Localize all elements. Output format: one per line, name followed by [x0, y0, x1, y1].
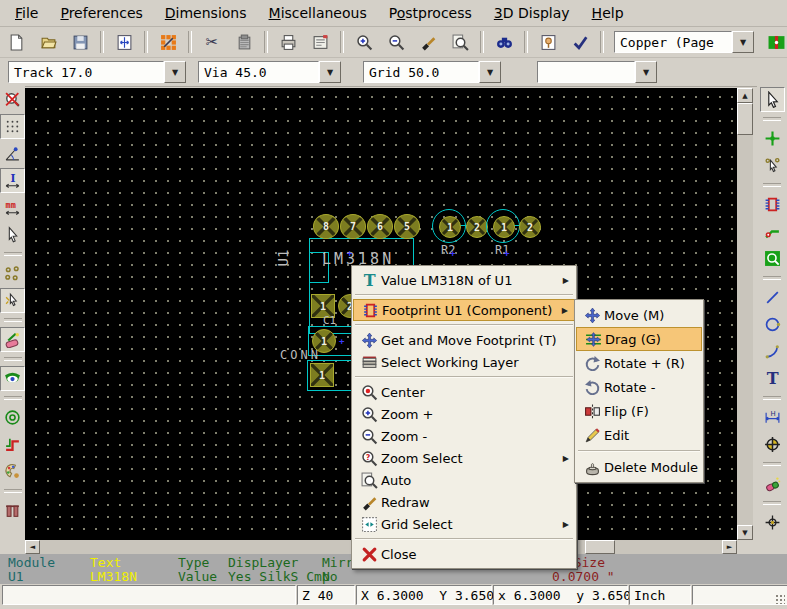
print-button[interactable]	[274, 28, 302, 56]
menu-preferences[interactable]: Preferences	[51, 2, 151, 24]
redraw-button[interactable]	[414, 28, 442, 56]
submenu-item-move[interactable]: Move (M)	[576, 303, 702, 327]
dropdown-arrow-icon[interactable]: ▼	[732, 31, 754, 53]
zoom-in-button[interactable]	[350, 28, 378, 56]
module-editor-button[interactable]	[154, 28, 182, 56]
drc-off-button[interactable]	[0, 87, 25, 112]
netlist-button[interactable]	[534, 28, 562, 56]
add-circle-button[interactable]	[760, 312, 785, 337]
dropdown-arrow-icon[interactable]: ▼	[635, 61, 657, 83]
svg-text:?: ?	[365, 452, 370, 461]
add-arc-button[interactable]	[760, 339, 785, 364]
zoom-out-button[interactable]	[382, 28, 410, 56]
r2-pad-2[interactable]: 2	[466, 216, 488, 238]
submenu-item-flip[interactable]: Flip (F)	[576, 399, 702, 423]
new-board-button[interactable]	[2, 28, 30, 56]
pads-sketch-button[interactable]	[0, 405, 25, 430]
show-ratsnest-button[interactable]	[0, 261, 25, 286]
paste-button[interactable]	[230, 28, 258, 56]
menu-item-grid-select[interactable]: Grid Select ▶	[353, 513, 575, 535]
find-button[interactable]	[490, 28, 518, 56]
zoom-auto-button[interactable]	[446, 28, 474, 56]
units-mm-button[interactable]: mm	[0, 195, 25, 220]
submenu-item-rotate-minus[interactable]: Rotate -	[576, 375, 702, 399]
u1-pad-6[interactable]: 6	[367, 214, 393, 239]
add-zone-button[interactable]	[760, 246, 785, 271]
u1-pad-8[interactable]: 8	[313, 214, 339, 239]
dropdown-arrow-icon[interactable]: ▼	[164, 61, 186, 83]
grid-toggle-button[interactable]	[0, 114, 25, 139]
r1-pad-1[interactable]: 1	[493, 216, 515, 238]
dropdown-arrow-icon[interactable]: ▼	[319, 61, 341, 83]
local-ratsnest-button[interactable]	[760, 153, 785, 178]
menu-item-close[interactable]: Close	[353, 543, 575, 565]
submenu-item-edit[interactable]: Edit	[576, 423, 702, 447]
u1-pad-5[interactable]: 5	[394, 214, 420, 239]
menu-item-footprint[interactable]: Footprint U1 (Component) ▶	[353, 299, 575, 321]
menu-item-get-move-footprint[interactable]: Get and Move Footprint (T)	[353, 329, 575, 351]
scroll-right-icon[interactable]: ►	[722, 540, 737, 554]
add-track-button[interactable]	[760, 219, 785, 244]
scroll-down-icon[interactable]: ▼	[737, 525, 753, 540]
via-size-select[interactable]: Via 45.0 ▼	[198, 61, 341, 83]
high-contrast-button[interactable]	[0, 459, 25, 484]
show-invisible-text-button[interactable]	[0, 498, 25, 523]
grid-origin-button[interactable]	[760, 510, 785, 535]
menu-item-redraw[interactable]: Redraw	[353, 491, 575, 513]
select-tool-button[interactable]	[760, 87, 785, 112]
auto-delete-track-button[interactable]	[0, 327, 25, 352]
drc-button[interactable]	[566, 28, 594, 56]
grid-size-select[interactable]: Grid 50.0 ▼	[363, 61, 501, 83]
menu-item-zoom-in[interactable]: Zoom +	[353, 403, 575, 425]
menu-item-select-working-layer[interactable]: Select Working Layer	[353, 351, 575, 373]
menu-item-zoom-select[interactable]: ? Zoom Select ▶	[353, 447, 575, 469]
conn2-square-pad-1[interactable]: 1	[310, 363, 334, 387]
polar-coords-button[interactable]	[0, 141, 25, 166]
u1-reference-text[interactable]: U1	[275, 250, 291, 267]
dropdown-arrow-icon[interactable]: ▼	[479, 61, 501, 83]
u1-pad-7[interactable]: 7	[340, 214, 366, 239]
menu-postprocess[interactable]: Postprocess	[380, 2, 481, 24]
zoom-in-icon	[357, 406, 381, 423]
vertical-scrollbar[interactable]: ▲ ▼	[737, 88, 753, 540]
menu-3d-display[interactable]: 3D Display	[485, 2, 579, 24]
r1-pad-2[interactable]: 2	[519, 216, 541, 238]
menu-item-zoom-out[interactable]: Zoom -	[353, 425, 575, 447]
submenu-item-rotate-plus[interactable]: Rotate + (R)	[576, 351, 702, 375]
add-dimension-button[interactable]: H	[760, 405, 785, 430]
add-module-button[interactable]	[760, 192, 785, 217]
save-board-button[interactable]	[66, 28, 94, 56]
track-width-select[interactable]: Track 17.0 ▼	[8, 61, 186, 83]
scroll-left-icon[interactable]: ◄	[25, 540, 40, 554]
resize-grip[interactable]	[775, 594, 785, 604]
layer-select[interactable]: Copper (Page ▼	[614, 31, 754, 53]
menu-help[interactable]: Help	[583, 2, 633, 24]
vertical-scroll-thumb[interactable]	[737, 103, 753, 135]
open-board-button[interactable]	[34, 28, 62, 56]
page-settings-button[interactable]	[110, 28, 138, 56]
menu-miscellaneous[interactable]: Miscellaneous	[260, 2, 376, 24]
menu-dimensions[interactable]: Dimensions	[156, 2, 256, 24]
menu-item-auto[interactable]: Auto	[353, 469, 575, 491]
r2-pad-1[interactable]: 1	[439, 216, 461, 238]
show-zones-button[interactable]	[0, 366, 25, 391]
tracks-sketch-button[interactable]	[0, 432, 25, 457]
cursor-shape-button[interactable]	[0, 222, 25, 247]
add-text-button[interactable]: T	[760, 366, 785, 391]
menu-item-value[interactable]: T Value LM318N of U1 ▶	[353, 269, 575, 291]
cut-button[interactable]: ✂	[198, 28, 226, 56]
submenu-item-delete-module[interactable]: Delete Module	[576, 455, 702, 479]
highlight-net-button[interactable]	[760, 126, 785, 151]
zoom-select-combo[interactable]: ▼	[537, 61, 657, 83]
plot-button[interactable]	[306, 28, 334, 56]
add-target-button[interactable]	[760, 432, 785, 457]
menu-file[interactable]: File	[6, 2, 47, 24]
module-ratsnest-toggle-button[interactable]	[0, 288, 25, 313]
menu-item-center[interactable]: Center	[353, 381, 575, 403]
units-inch-button[interactable]: I	[0, 168, 25, 193]
delete-items-button[interactable]	[760, 471, 785, 496]
scroll-up-icon[interactable]: ▲	[737, 88, 753, 103]
add-line-button[interactable]	[760, 285, 785, 310]
submenu-item-drag[interactable]: Drag (G)	[576, 327, 702, 351]
horizontal-scroll-thumb[interactable]	[585, 540, 615, 554]
